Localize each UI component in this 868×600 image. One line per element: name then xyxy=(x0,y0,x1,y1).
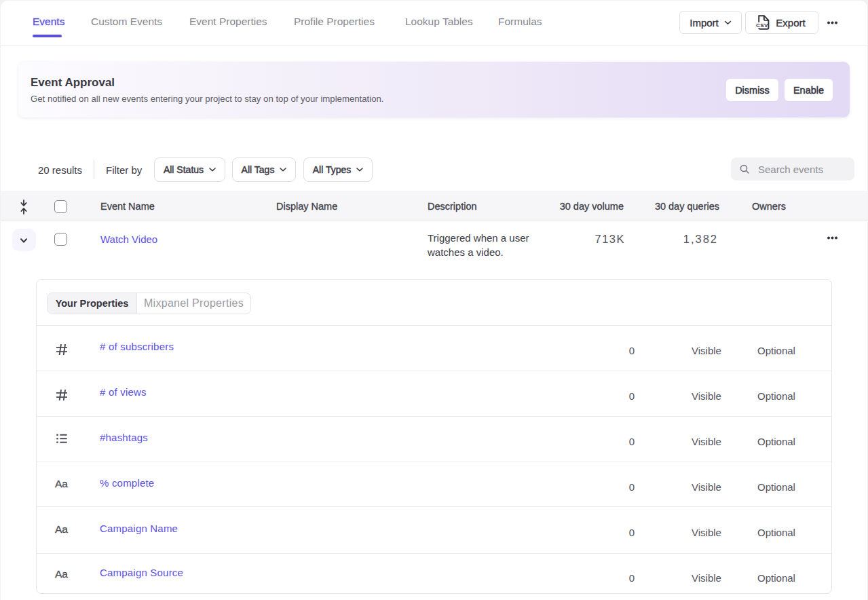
svg-text:CSV: CSV xyxy=(756,22,768,29)
